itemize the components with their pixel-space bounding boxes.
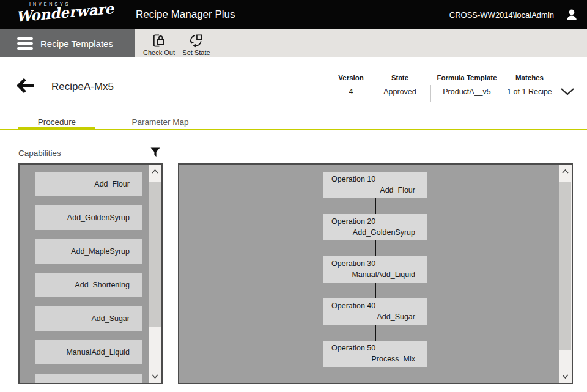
state-value: Approved: [383, 87, 416, 96]
operation-node[interactable]: Operation 40 Add_Sugar: [323, 298, 427, 325]
filter-icon[interactable]: [150, 147, 161, 158]
capability-label: Add_Flour: [94, 180, 130, 188]
tab-procedure[interactable]: Procedure: [18, 117, 95, 129]
capability-list-item[interactable]: Add_Flour: [35, 172, 142, 196]
state-label: State: [391, 74, 408, 81]
operation-node[interactable]: Operation 30 ManualAdd_Liquid: [323, 256, 427, 283]
operation-node[interactable]: Operation 20 Add_GoldenSyrup: [323, 214, 427, 240]
formula-template-label: Formula Template: [437, 74, 497, 81]
set-state-icon: [188, 33, 204, 48]
capabilities-scrollbar[interactable]: [149, 165, 161, 383]
operation-name: Operation 50: [331, 344, 375, 352]
recipe-stats: Version 4 State Approved Formula Templat…: [333, 74, 579, 102]
capability-label: Add_MapleSyrup: [71, 247, 130, 256]
version-label: Version: [338, 74, 364, 81]
operation-capability: Add_GoldenSyrup: [353, 228, 415, 237]
chart-scrollbar[interactable]: [559, 165, 572, 383]
capability-list-item[interactable]: ManualAdd_Liquid: [35, 340, 142, 364]
operation-name: Operation 10: [331, 175, 375, 183]
check-out-button[interactable]: Check Out: [139, 29, 179, 57]
operation-name: Operation 30: [331, 259, 375, 268]
capability-label: Add_Sugar: [91, 314, 130, 323]
capabilities-heading: Capabilities: [18, 149, 61, 158]
chevron-down-icon: [560, 87, 575, 96]
user-area: CROSS-WW2014\localAdmin: [449, 0, 578, 29]
expand-details-button[interactable]: [556, 74, 579, 102]
capability-label: ManualAdd_Liquid: [66, 348, 130, 357]
scrollbar-thumb[interactable]: [149, 182, 161, 327]
stat-version: Version 4: [333, 74, 369, 102]
scroll-up-arrow-icon[interactable]: [149, 166, 161, 177]
logged-in-user: CROSS-WW2014\localAdmin: [449, 10, 554, 20]
operation-capability: Process_Mix: [371, 355, 415, 363]
wonderware-logo-text: Wonderware: [15, 2, 96, 23]
nav-toolbar-bar: Recipe Templates Check Out Set State: [0, 29, 587, 57]
app-title: Recipe Manager Plus: [136, 9, 235, 21]
capability-list-item[interactable]: Add_Sugar: [35, 306, 142, 331]
capability-list-item[interactable]: Add_Shortening: [35, 273, 142, 297]
operation-name: Operation 40: [331, 301, 375, 310]
nav-menu-label: Recipe Templates: [40, 39, 113, 49]
stat-matches: Matches 1 of 1 Recipe: [503, 74, 556, 102]
toolbar: Check Out Set State: [135, 29, 214, 57]
back-arrow-button[interactable]: [16, 78, 35, 94]
operation-node[interactable]: Operation 10 Add_Flour: [323, 172, 427, 198]
operation-name: Operation 20: [331, 217, 375, 226]
capability-list-item[interactable]: Add_GoldenSyrup: [35, 205, 142, 230]
matches-link[interactable]: 1 of 1 Recipe: [507, 87, 552, 96]
stat-formula-template: Formula Template ProductA__v5: [431, 74, 503, 102]
recipe-title: RecipeA-Mx5: [51, 81, 114, 93]
capabilities-list: Add_Flour Add_GoldenSyrup Add_MapleSyrup…: [20, 165, 161, 364]
wonderware-logo: INVENSYS Wonderware: [16, 2, 95, 20]
capability-label: Add_GoldenSyrup: [67, 213, 130, 222]
set-state-button[interactable]: Set State: [179, 29, 214, 57]
check-out-label: Check Out: [143, 49, 175, 56]
set-state-label: Set State: [182, 49, 210, 56]
capability-list-item-partial[interactable]: [35, 374, 142, 384]
user-profile-icon[interactable]: [565, 8, 578, 21]
operation-capability: ManualAdd_Liquid: [352, 270, 415, 279]
operation-capability: Add_Sugar: [377, 312, 415, 321]
version-value: 4: [349, 87, 353, 96]
nav-menu-button[interactable]: Recipe Templates: [0, 29, 135, 57]
operation-node[interactable]: Operation 50 Process_Mix: [323, 341, 427, 367]
checkout-lock-icon: [151, 33, 166, 48]
top-bar: INVENSYS Wonderware Recipe Manager Plus …: [0, 0, 587, 29]
tab-parameter-map[interactable]: Parameter Map: [114, 117, 207, 129]
scroll-up-arrow-icon[interactable]: [559, 166, 572, 177]
tab-bar: Procedure Parameter Map: [0, 117, 587, 130]
scroll-down-arrow-icon[interactable]: [559, 371, 572, 382]
capability-list-item[interactable]: Add_MapleSyrup: [35, 239, 142, 264]
formula-template-link[interactable]: ProductA__v5: [443, 87, 491, 96]
procedure-chart-panel: Operation 10 Add_Flour Operation 20 Add_…: [178, 163, 573, 384]
scrollbar-thumb[interactable]: [559, 182, 571, 350]
stat-state: State Approved: [369, 74, 430, 102]
scroll-down-arrow-icon[interactable]: [149, 371, 161, 382]
operation-flow: Operation 10 Add_Flour Operation 20 Add_…: [323, 172, 427, 383]
capability-label: Add_Shortening: [75, 281, 130, 289]
capabilities-listbox: Add_Flour Add_GoldenSyrup Add_MapleSyrup…: [18, 163, 163, 384]
hamburger-menu-icon: [17, 37, 33, 50]
matches-label: Matches: [515, 74, 544, 81]
operation-capability: Add_Flour: [380, 186, 415, 194]
